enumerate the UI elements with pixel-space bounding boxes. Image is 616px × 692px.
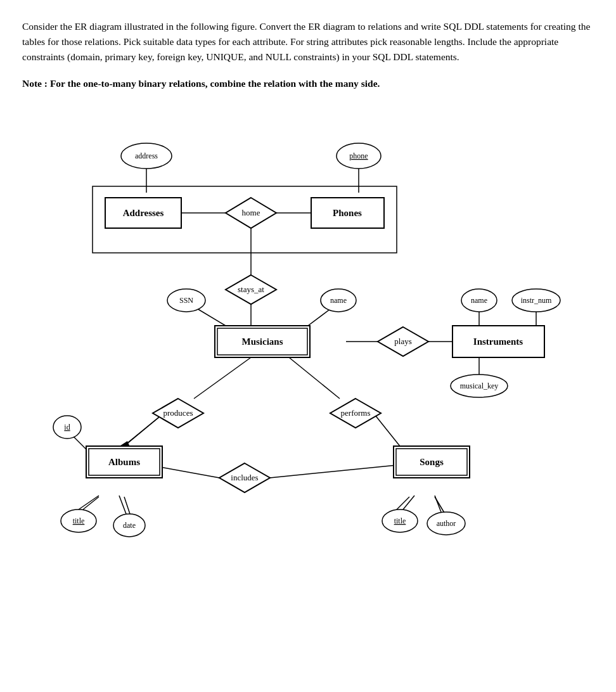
- svg-line-59: [435, 496, 441, 512]
- attr-id-label: id: [64, 423, 70, 432]
- entity-addresses-label: Addresses: [123, 208, 164, 218]
- entity-musicians-label: Musicians: [241, 336, 283, 347]
- svg-line-25: [124, 497, 131, 516]
- entity-phones-label: Phones: [333, 208, 362, 218]
- svg-line-21: [270, 465, 397, 478]
- note-paragraph: Note : For the one-to-many binary relati…: [22, 76, 594, 91]
- rel-performs-label: performs: [341, 408, 371, 418]
- svg-line-24: [83, 497, 99, 509]
- entity-instruments-label: Instruments: [473, 336, 523, 347]
- rel-plays-label: plays: [394, 336, 411, 346]
- attr-instr-num-label: instr_num: [521, 296, 552, 305]
- attr-title-album-label: title: [73, 516, 85, 525]
- attr-phone-label: phone: [349, 151, 368, 160]
- rel-stays-at-label: stays_at: [238, 285, 264, 294]
- entity-albums-label: Albums: [108, 457, 140, 467]
- svg-line-14: [194, 357, 251, 399]
- intro-paragraph: Consider the ER diagram illustrated in t…: [22, 19, 594, 65]
- svg-line-19: [375, 414, 400, 446]
- er-diagram: Addresses Phones Musicians Instruments A…: [23, 110, 593, 554]
- attr-address-label: address: [135, 151, 158, 160]
- attr-date-label: date: [123, 521, 136, 530]
- attr-author-label: author: [437, 519, 456, 528]
- attr-title-song-label: title: [394, 516, 406, 525]
- attr-name-musician-label: name: [330, 296, 347, 305]
- attr-musical-key-label: musical_key: [460, 381, 499, 390]
- attr-ssn-label: SSN: [179, 296, 193, 305]
- svg-line-17: [127, 414, 162, 443]
- svg-line-26: [397, 497, 409, 509]
- rel-includes-label: includes: [231, 473, 258, 482]
- svg-line-18: [289, 357, 340, 399]
- rel-home-label: home: [242, 208, 260, 217]
- entity-songs-label: Songs: [420, 457, 444, 467]
- attr-name-instrument-label: name: [471, 296, 487, 305]
- rel-produces-label: produces: [164, 408, 193, 418]
- svg-line-56: [79, 496, 99, 509]
